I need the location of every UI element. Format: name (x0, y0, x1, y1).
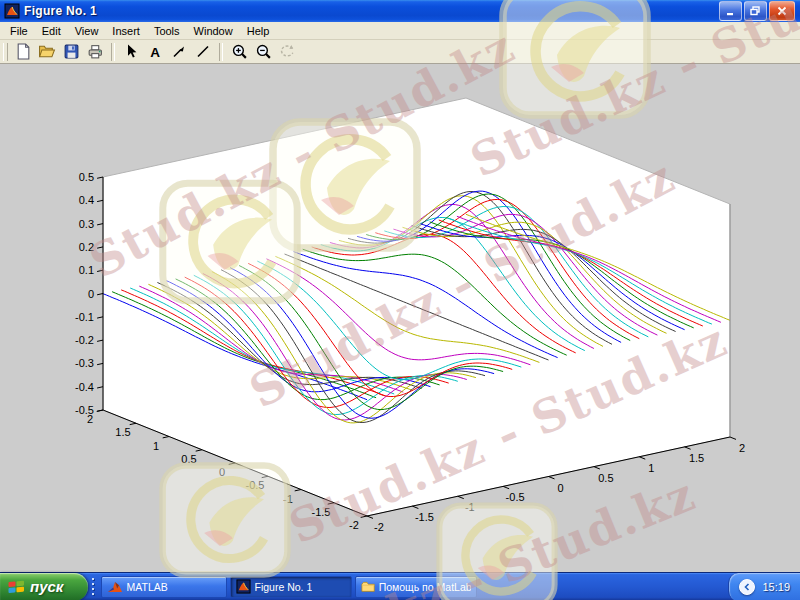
toolbar-rotate-3d-button[interactable] (275, 41, 299, 62)
insert-text-icon: A (147, 43, 163, 60)
window-title: Figure No. 1 (24, 4, 719, 18)
toolbar-print-button[interactable] (83, 41, 107, 62)
insert-line-icon (195, 43, 211, 60)
taskbar-grip[interactable] (91, 577, 96, 597)
menu-item-edit[interactable]: Edit (35, 23, 68, 39)
toolbar-save-button[interactable] (59, 41, 83, 62)
toolbar-pointer-button[interactable] (119, 41, 143, 62)
toolbar-insert-text-button[interactable]: A (143, 41, 167, 62)
hide-icons-chevron[interactable] (739, 579, 755, 595)
taskbar-button-matlab[interactable]: MATLAB (101, 576, 227, 598)
print-icon (86, 43, 104, 60)
toolbar-grip[interactable] (3, 43, 8, 61)
figure-canvas[interactable] (0, 64, 800, 572)
taskbar-clock: 15:19 (758, 581, 794, 593)
toolbar-zoom-in-button[interactable] (227, 41, 251, 62)
close-icon (777, 6, 787, 16)
folder-icon (361, 579, 375, 594)
taskbar-button-label: Помощь по MatLab 6.5 (379, 581, 471, 593)
minimize-button[interactable] (719, 1, 742, 21)
svg-text:A: A (150, 45, 160, 60)
toolbar-new-document-button[interactable] (11, 41, 35, 62)
zoom-in-icon (231, 43, 248, 60)
system-tray: 15:19 (728, 573, 800, 600)
new-document-icon (15, 43, 32, 60)
insert-arrow-icon (171, 43, 187, 60)
toolbar-zoom-out-button[interactable] (251, 41, 275, 62)
menu-item-view[interactable]: View (68, 23, 106, 39)
taskbar-button-label: Figure No. 1 (255, 581, 313, 593)
figure-toolbar: A (0, 40, 800, 64)
restore-button[interactable] (744, 1, 767, 21)
open-folder-icon (38, 43, 56, 60)
desktop: { "window": { "title": "Figure No. 1", "… (0, 0, 800, 600)
menu-bar: FileEditViewInsertToolsWindowHelp (0, 22, 800, 40)
menu-item-insert[interactable]: Insert (105, 23, 147, 39)
title-bar[interactable]: Figure No. 1 (0, 0, 800, 22)
menu-item-window[interactable]: Window (187, 23, 240, 39)
pointer-icon (123, 43, 139, 60)
zoom-out-icon (255, 43, 272, 60)
taskbar: пуск MATLABFigure No. 1Помощь по MatLab … (0, 572, 800, 600)
toolbar-open-folder-button[interactable] (35, 41, 59, 62)
matlab-app-icon (107, 579, 123, 595)
windows-flag-icon (7, 578, 26, 595)
minimize-icon (726, 6, 736, 16)
menu-item-help[interactable]: Help (240, 23, 277, 39)
task-buttons: MATLABFigure No. 1Помощь по MatLab 6.5 (99, 576, 478, 598)
restore-icon (750, 6, 761, 16)
menu-item-file[interactable]: File (3, 23, 35, 39)
taskbar-button-помощь-по-matlab-6-5[interactable]: Помощь по MatLab 6.5 (355, 576, 477, 598)
toolbar-insert-arrow-button[interactable] (167, 41, 191, 62)
taskbar-button-label: MATLAB (127, 581, 168, 593)
start-label: пуск (30, 578, 63, 595)
toolbar-separator (219, 43, 223, 61)
save-icon (63, 43, 80, 60)
matlab-figure-icon (236, 579, 251, 594)
taskbar-button-figure-no-1[interactable]: Figure No. 1 (230, 576, 352, 598)
rotate-3d-icon (279, 43, 296, 60)
close-button[interactable] (769, 1, 795, 21)
start-button[interactable]: пуск (0, 573, 88, 600)
matlab-figure-icon (4, 3, 20, 19)
toolbar-insert-line-button[interactable] (191, 41, 215, 62)
chevron-left-icon (743, 583, 751, 591)
toolbar-separator (111, 43, 115, 61)
menu-item-tools[interactable]: Tools (147, 23, 187, 39)
